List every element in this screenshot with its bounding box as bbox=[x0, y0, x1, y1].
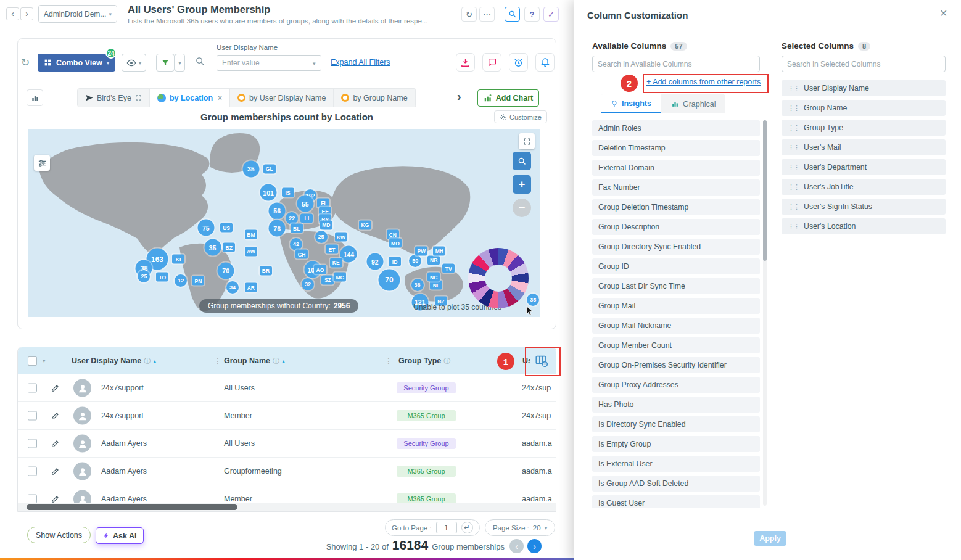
map-fullscreen-button[interactable] bbox=[519, 133, 535, 149]
available-column-item[interactable]: Group ID bbox=[592, 258, 760, 274]
next-page-button[interactable]: › bbox=[527, 539, 542, 553]
add-chart-button[interactable]: Add Chart bbox=[477, 89, 539, 107]
map-zoom-search-button[interactable] bbox=[513, 152, 531, 170]
map-marker-55[interactable]: 55 bbox=[297, 196, 313, 212]
map-marker-70[interactable]: 70 bbox=[378, 269, 400, 290]
map-marker-ID[interactable]: ID bbox=[389, 257, 401, 266]
donut-chart[interactable] bbox=[468, 248, 529, 308]
row-checkbox[interactable] bbox=[28, 439, 37, 448]
available-column-item[interactable]: Is Empty Group bbox=[592, 436, 760, 452]
map-marker-BR[interactable]: BR bbox=[260, 266, 272, 275]
drag-handle-icon[interactable]: ⋮⋮ bbox=[788, 124, 799, 132]
column-header-user-display-name[interactable]: User Display Name ⓘ ▴ bbox=[72, 356, 156, 366]
tab-birds-eye[interactable]: Bird's Eye bbox=[78, 89, 150, 107]
alerts-button[interactable] bbox=[535, 53, 555, 72]
map-marker-22[interactable]: 22 bbox=[286, 212, 298, 224]
map-marker-BZ[interactable]: BZ bbox=[223, 243, 235, 252]
map-marker-42[interactable]: 42 bbox=[290, 238, 302, 250]
map-marker-BM[interactable]: BM bbox=[245, 230, 257, 239]
tab-graphical[interactable]: Graphical bbox=[661, 94, 726, 113]
map-marker-12[interactable]: 12 bbox=[175, 274, 187, 287]
column-header-group-type[interactable]: Group Type ⓘ bbox=[398, 356, 450, 366]
available-search-input[interactable] bbox=[592, 56, 760, 72]
map-marker-BL[interactable]: BL bbox=[291, 224, 303, 233]
drag-handle-icon[interactable]: ⋮⋮ bbox=[788, 223, 799, 231]
go-icon[interactable]: ↵ bbox=[461, 522, 473, 533]
filter-button[interactable] bbox=[156, 54, 175, 72]
map-marker-NF[interactable]: NF bbox=[430, 281, 442, 290]
org-selector-dropdown[interactable]: AdminDroid Dem... ▾ bbox=[38, 5, 117, 23]
map-marker-KI[interactable]: KI bbox=[172, 255, 184, 264]
expand-all-filters-link[interactable]: Expand All Filters bbox=[331, 58, 390, 67]
map-marker-92[interactable]: 92 bbox=[366, 253, 383, 270]
map-marker-75[interactable]: 75 bbox=[197, 220, 214, 236]
map-marker-KE[interactable]: KE bbox=[330, 258, 342, 267]
map-marker-AO[interactable]: AO bbox=[314, 265, 326, 274]
map-zoom-out-button[interactable]: − bbox=[513, 199, 531, 217]
map-zoom-in-button[interactable]: + bbox=[513, 175, 531, 194]
map-marker-70[interactable]: 70 bbox=[218, 262, 234, 279]
apply-button[interactable]: Apply bbox=[754, 531, 786, 546]
chart-list-button[interactable] bbox=[27, 89, 43, 106]
edit-icon[interactable] bbox=[51, 495, 60, 503]
selected-search-input[interactable] bbox=[782, 56, 946, 72]
map-marker-US[interactable]: US bbox=[220, 223, 233, 233]
selected-column-item[interactable]: ⋮⋮User Display Name bbox=[782, 80, 946, 96]
tasks-check-button[interactable]: ✓ bbox=[543, 7, 559, 22]
close-icon[interactable]: × bbox=[940, 6, 947, 20]
selected-column-item[interactable]: ⋮⋮User's Department bbox=[782, 159, 946, 175]
map-marker-25[interactable]: 25 bbox=[315, 231, 328, 243]
available-column-item[interactable]: Is Group AAD Soft Deleted bbox=[592, 476, 760, 492]
map-marker-50[interactable]: 50 bbox=[409, 255, 421, 267]
ask-ai-button[interactable]: Ask AI bbox=[96, 527, 144, 544]
map-marker-144[interactable]: 144 bbox=[340, 246, 357, 263]
prev-page-button[interactable]: ‹ bbox=[509, 539, 524, 553]
selected-column-item[interactable]: ⋮⋮User's Location bbox=[782, 218, 946, 234]
filter-dropdown-toggle[interactable]: ▾ bbox=[175, 54, 185, 72]
map-marker-32[interactable]: 32 bbox=[302, 278, 314, 290]
map-marker-35[interactable]: 35 bbox=[527, 294, 539, 306]
drag-handle-icon[interactable]: ⋮⋮ bbox=[788, 144, 799, 152]
select-all-checkbox[interactable] bbox=[28, 356, 37, 366]
available-column-item[interactable]: External Domain bbox=[592, 160, 760, 176]
map-marker-AW[interactable]: AW bbox=[245, 247, 257, 256]
map-marker-NC[interactable]: NC bbox=[427, 273, 440, 282]
view-mode-dropdown[interactable]: Combo View ▾ bbox=[38, 54, 115, 72]
close-tab-icon[interactable]: × bbox=[218, 94, 222, 102]
map-marker-GH[interactable]: GH bbox=[295, 250, 308, 259]
tab-by-location[interactable]: by Location × bbox=[150, 89, 230, 107]
chevron-down-icon[interactable]: ▾ bbox=[43, 358, 46, 364]
tab-by-user-display-name[interactable]: by User Display Name bbox=[230, 89, 334, 107]
map-marker-SZ[interactable]: SZ bbox=[321, 275, 334, 284]
history-button[interactable]: ↻ bbox=[461, 7, 477, 22]
row-checkbox[interactable] bbox=[28, 411, 37, 421]
page-size-dropdown[interactable]: Page Size : 20 ▾ bbox=[485, 519, 555, 536]
available-column-item[interactable]: Group Directory Sync Enabled bbox=[592, 239, 760, 255]
available-column-item[interactable]: Is Guest User bbox=[592, 495, 760, 508]
map-marker-CN[interactable]: CN bbox=[387, 230, 399, 239]
horizontal-scrollbar[interactable] bbox=[18, 503, 556, 511]
available-column-item[interactable]: Admin Roles bbox=[592, 120, 760, 136]
scrollbar-thumb[interactable] bbox=[27, 504, 237, 510]
map-marker-MO[interactable]: MO bbox=[389, 239, 402, 248]
drag-handle-icon[interactable]: ⋮⋮ bbox=[788, 104, 799, 112]
tab-by-group-name[interactable]: by Group Name bbox=[334, 89, 415, 107]
available-column-item[interactable]: Is Directory Sync Enabled bbox=[592, 416, 760, 432]
edit-icon[interactable] bbox=[51, 439, 60, 448]
map-marker-36[interactable]: 36 bbox=[411, 279, 424, 291]
map-marker-56[interactable]: 56 bbox=[269, 202, 286, 219]
customize-chart-button[interactable]: Customize bbox=[494, 110, 547, 123]
row-checkbox[interactable] bbox=[28, 495, 37, 504]
available-column-item[interactable]: Is External User bbox=[592, 456, 760, 472]
refresh-icon[interactable]: ↻ bbox=[21, 56, 30, 69]
nav-forward-button[interactable]: › bbox=[20, 7, 33, 20]
map-marker-PN[interactable]: PN bbox=[192, 276, 204, 286]
world-map[interactable]: 35GL101IS10255FIEEBY5622LIMD76BL75USBM25… bbox=[28, 129, 540, 317]
map-marker-TV[interactable]: TV bbox=[442, 264, 455, 273]
available-column-item[interactable]: Has Photo bbox=[592, 397, 760, 413]
available-column-item[interactable]: Group Description bbox=[592, 219, 760, 235]
go-to-page-input[interactable] bbox=[436, 522, 457, 533]
available-column-item[interactable]: Deletion Timestamp bbox=[592, 140, 760, 156]
map-marker-MH[interactable]: MH bbox=[433, 246, 445, 255]
map-settings-button[interactable] bbox=[34, 155, 50, 171]
